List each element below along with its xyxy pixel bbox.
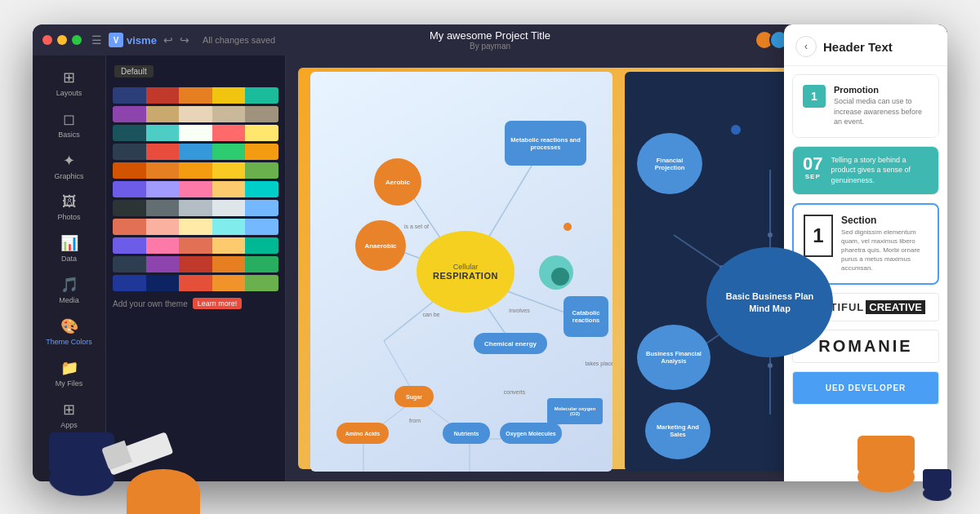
brand-creative-text: CREATIVE [866, 300, 925, 314]
sidebar-item-theme-colors[interactable]: 🎨 Theme Colors [38, 311, 100, 352]
template-card-sep[interactable]: 07 SEP Telling a story behind a product … [792, 146, 939, 195]
panel-back-button[interactable]: ‹ [795, 36, 817, 57]
main-content: ⊞ Layouts ◻ Basics ✦ Graphics 🖼 Photos 📊… [33, 55, 947, 481]
apps-icon: ⊞ [63, 401, 75, 419]
node-nutrients: Nutrients [443, 423, 490, 444]
back-chevron-icon: ‹ [804, 41, 808, 52]
toolbar-left: ☰ V visme ↩ ↪ All changes saved [91, 33, 275, 47]
swatch-row-5[interactable] [113, 162, 278, 179]
deco-dot1 [564, 223, 572, 231]
center-business-node: Basic Business Plan Mind Map [706, 247, 833, 357]
swatch-row-11[interactable] [113, 275, 278, 291]
svg-text:is a set of: is a set of [404, 224, 429, 229]
add-theme-row: Add your own theme Learn more! [113, 298, 278, 309]
deco-orange-sphere [127, 469, 200, 514]
saved-text: All changes saved [203, 35, 275, 45]
data-icon: 📊 [60, 234, 78, 252]
svg-text:converts: converts [504, 389, 526, 395]
mac-window: ☰ V visme ↩ ↪ All changes saved My aweso… [33, 24, 947, 481]
section-number: 1 [804, 215, 833, 257]
sidebar-item-media[interactable]: 🎵 Media [38, 269, 100, 311]
svg-text:can be: can be [422, 312, 439, 317]
left-slide: is a set of can be involves takes place … [310, 72, 612, 472]
swatch-row-9[interactable] [113, 237, 278, 254]
swatch-row-7[interactable] [113, 200, 278, 216]
project-title[interactable]: My awesome Project Title [430, 29, 550, 42]
svg-text:into: into [489, 471, 498, 472]
node-anaerobic: Anaerobic [355, 220, 406, 271]
node-mol-oxygen: Molecular oxygen (O2) [547, 398, 603, 424]
swatch-row-10[interactable] [113, 256, 278, 273]
node-catabolic: Catabolic reactions [564, 296, 608, 337]
default-badge: Default [114, 65, 154, 78]
brand-romanie-text: ROMANIE [818, 337, 912, 356]
promo-description: Social media can use to increase awarene… [834, 96, 929, 127]
swatch-row-3[interactable] [113, 125, 278, 141]
undo-icon[interactable]: ↩ [163, 33, 173, 47]
swatch-row-6[interactable] [113, 181, 278, 197]
svg-text:involves: involves [509, 308, 530, 313]
swatch-row-1[interactable] [113, 87, 278, 104]
panel-title: Header Text [823, 40, 893, 54]
node-metabolic: Metabolic reactions and processes [505, 121, 586, 166]
sep-card-inner: 07 SEP Telling a story behind a product … [793, 147, 938, 194]
visme-logo: V visme [109, 33, 157, 47]
learn-more-button[interactable]: Learn more! [193, 298, 243, 309]
promo-number: 1 [803, 85, 826, 108]
redo-icon[interactable]: ↪ [180, 33, 189, 47]
node-sugar: Sugar [394, 386, 434, 407]
panel-scroll: ‹ Header Text 1 Promotion Social media c… [784, 24, 947, 429]
menu-icon[interactable]: ☰ [91, 33, 102, 47]
sep-description: Telling a story behind a product gives a… [831, 155, 929, 186]
close-button[interactable] [42, 35, 52, 45]
sidebar-item-layouts[interactable]: ⊞ Layouts [38, 62, 100, 104]
dot-deco1 [731, 125, 741, 135]
deco-cyl-small-dark-body [923, 469, 951, 490]
node-chemical: Chemical energy [474, 333, 547, 354]
project-subtitle: By payman [430, 42, 550, 51]
left-sidebar: ⊞ Layouts ◻ Basics ✦ Graphics 🖼 Photos 📊… [33, 55, 106, 481]
node-biz-fin: Business Financial Analysis [637, 325, 710, 390]
layouts-icon: ⊞ [63, 69, 75, 86]
section-card-inner: 1 Section Sed dignissim elementum quam, … [804, 215, 928, 273]
swatch-row-4[interactable] [113, 144, 278, 160]
template-card-promotion[interactable]: 1 Promotion Social media can use to incr… [792, 74, 939, 138]
section-description: Sed dignissim elementum quam, vel maximu… [841, 228, 928, 273]
swatch-row-2[interactable] [113, 106, 278, 122]
promo-text: Promotion Social media can use to increa… [834, 85, 929, 127]
sep-month: SEP [803, 173, 822, 180]
node-marketing: Marketing And Sales [645, 402, 710, 459]
section-text: Section Sed dignissim elementum quam, ve… [841, 215, 928, 273]
my-files-icon: 📁 [60, 359, 78, 377]
node-aerobic: Aerobic [374, 158, 421, 206]
sidebar-item-apps[interactable]: ⊞ Apps [38, 394, 100, 436]
sep-date: 07 SEP [803, 155, 822, 180]
theme-colors-icon: 🎨 [60, 317, 78, 335]
sidebar-item-basics[interactable]: ◻ Basics [38, 104, 100, 145]
svg-point-27 [768, 233, 773, 237]
template-card-ued[interactable]: UED DEVELOPER [792, 371, 939, 405]
visme-logo-text: visme [127, 34, 157, 47]
theme-panel: Default [106, 55, 286, 481]
header-text-panel: ‹ Header Text 1 Promotion Social media c… [784, 24, 947, 481]
sep-number: 07 [803, 155, 822, 173]
title-center: My awesome Project Title By payman [430, 29, 550, 51]
photos-icon: 🖼 [62, 193, 77, 210]
section-heading: Section [841, 215, 928, 226]
basics-icon: ◻ [63, 110, 75, 128]
fullscreen-button[interactable] [72, 35, 82, 45]
minimize-button[interactable] [57, 35, 67, 45]
ued-developer-text: UED DEVELOPER [816, 379, 916, 397]
node-oxygen: Oxygen Molecules [500, 423, 562, 444]
sidebar-item-graphics[interactable]: ✦ Graphics [38, 145, 100, 187]
node-fin-proj: Financial Projection [637, 133, 702, 194]
sidebar-item-photos[interactable]: 🖼 Photos [38, 187, 100, 228]
sidebar-item-data[interactable]: 📊 Data [38, 228, 100, 269]
promo-card-inner: 1 Promotion Social media can use to incr… [793, 75, 938, 137]
sidebar-item-my-files[interactable]: 📁 My Files [38, 352, 100, 394]
theme-panel-header: Default [113, 62, 278, 81]
swatch-row-8[interactable] [113, 219, 278, 235]
visme-logo-icon: V [109, 33, 123, 47]
traffic-lights [42, 35, 82, 45]
svg-point-28 [768, 363, 773, 368]
